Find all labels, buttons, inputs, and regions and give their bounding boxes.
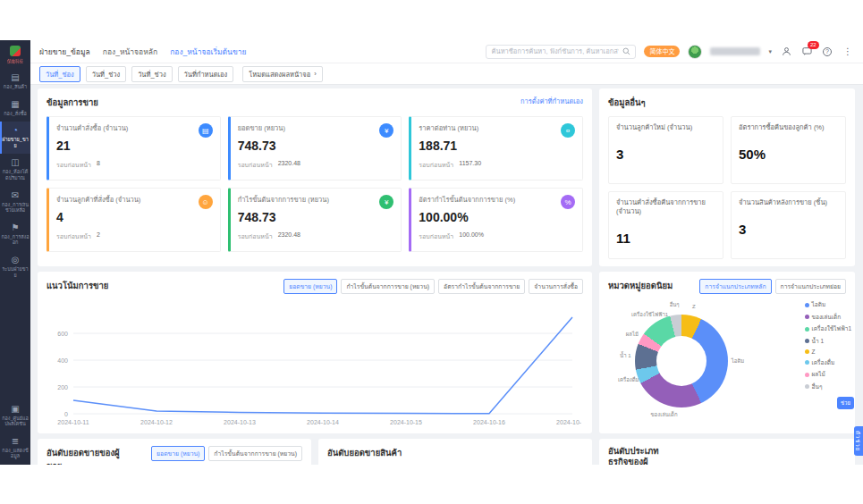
- panel-title: อันดับยอดขายของผู้ขาย: [47, 446, 122, 465]
- help-icon: ?: [823, 47, 832, 56]
- person-icon: [782, 46, 791, 56]
- messages-button[interactable]: 22: [800, 46, 813, 58]
- panel-title: แนวโน้มการขาย: [47, 279, 108, 292]
- donut-slice-label: เครื่องดื่ม: [618, 375, 639, 384]
- sidebar-item-export[interactable]: ⚑ กอง_การส่งออก: [0, 219, 30, 251]
- legend-item[interactable]: ไอติม: [805, 300, 851, 309]
- global-search[interactable]: [486, 45, 636, 59]
- metric-button-profit-rate[interactable]: อัตรากำไรขั้นต้นจากการขาย: [438, 279, 525, 294]
- info-label: จำนวนสินค้าหลังการขาย (ชิ้น): [739, 198, 838, 207]
- stat-label: ยอดขาย (หยวน): [238, 122, 394, 133]
- display-mode-button[interactable]: โหมดแสดงผลหน้าจอ ›: [242, 66, 322, 82]
- legend-label: Z: [812, 349, 816, 355]
- stat-card-order-count: จำนวนคำสั่งซื้อ (จำนวน) 21 รอบก่อนหน้า8 …: [47, 116, 221, 181]
- export-icon: ⚑: [12, 223, 20, 232]
- date-filter-bar: วันที่_ช่อง วันที่_ช่วง วันที่_ช่วง วันท…: [30, 63, 863, 85]
- app-logo[interactable]: 保融科技: [6, 46, 24, 63]
- legend-item[interactable]: อื่นๆ: [805, 382, 851, 391]
- metric-button-sales[interactable]: ยอดขาย (หยวน): [283, 279, 337, 294]
- app-window: 保融科技 ▤ กอง_สินค้า ▦ กอง_สั่งซื้อ ◔ ฝ่ายข…: [0, 40, 863, 465]
- more-menu-button[interactable]: ⋮: [842, 46, 854, 58]
- floating-side-tab[interactable]: ตัวช่วย: [854, 426, 863, 456]
- stat-value: 100.00%: [419, 210, 575, 224]
- stat-label: จำนวนลูกค้าที่สั่งซื้อ (จำนวน): [56, 194, 213, 205]
- avatar[interactable]: [688, 45, 702, 59]
- apps-icon: ▣: [11, 405, 19, 414]
- sidebar-item-products[interactable]: ▤ กอง_สินค้า: [0, 69, 30, 96]
- donut-slice-label: เครื่องใช้ไฟฟ้า1: [631, 310, 668, 319]
- stat-value: 188.71: [419, 139, 575, 153]
- legend-item[interactable]: ผลไม้: [805, 370, 851, 379]
- legend-dot: [805, 360, 809, 365]
- sidebar-item-orders[interactable]: ▦ กอง_สั่งซื้อ: [0, 96, 30, 122]
- stat-previous: รอบก่อนหน้า1157.30: [419, 160, 575, 170]
- date-tab-custom[interactable]: วันที่กำหนดเอง: [178, 66, 234, 82]
- category-toggle: การจำแนกประเภทหลัก การจำแนกประเภทย่อย: [699, 279, 846, 294]
- sidebar-item-label: กอง_การส่งออก: [1, 234, 30, 246]
- date-tab-range-2[interactable]: วันที่_ช่วง: [131, 66, 172, 82]
- nav-tab-sales-start-screen[interactable]: กอง_หน้าจอเริ่มต้นขาย: [170, 46, 246, 58]
- stat-value: 21: [56, 139, 213, 153]
- sidebar-item-inventory[interactable]: ◫ กอง_ห้องโค้ดปริมาณ: [0, 154, 30, 186]
- metric-button-gross-profit[interactable]: กำไรขั้นต้นจากการขาย (หยวน): [341, 279, 435, 294]
- svg-text:2024-10-17: 2024-10-17: [556, 419, 581, 425]
- finance-icon: ✉: [12, 191, 19, 200]
- legend-item[interactable]: เครื่องดื่ม: [805, 358, 851, 367]
- nav-tab-main-screen[interactable]: กอง_หน้าจอหลัก: [103, 46, 157, 58]
- svg-text:400: 400: [57, 357, 68, 364]
- category-sub-button[interactable]: การจำแนกประเภทย่อย: [775, 279, 846, 294]
- legend-item[interactable]: น้ำ 1: [805, 337, 851, 346]
- date-tab-today[interactable]: วันที่_ช่อง: [39, 66, 80, 82]
- metric-button-sales[interactable]: ยอดขาย (หยวน): [151, 446, 205, 461]
- sidebar-item-system[interactable]: ◎ ระบบฝ่ายขาย: [0, 251, 30, 283]
- sales-dashboard-icon: ◔: [13, 126, 18, 135]
- svg-text:2024-10-13: 2024-10-13: [224, 419, 256, 425]
- stat-previous: รอบก่อนหน้า2320.48: [238, 231, 394, 241]
- donut-hole: [656, 336, 706, 386]
- stat-label: อัตรากำไรขั้นต้นจากการขาย (%): [419, 194, 575, 205]
- sidebar-item-label: กอง_ศูนย์แอปพลิเคชัน: [1, 416, 30, 427]
- donut-slice-label: ของเล่นเด็ก: [651, 410, 678, 419]
- info-card-aftersales-items: จำนวนสินค้าหลังการขาย (ชิ้น) 3: [731, 191, 846, 259]
- sidebar-item-sales-dashboard[interactable]: ◔ ฝ่ายขาย_ขาย: [0, 122, 30, 154]
- legend-label: เครื่องดื่ม: [812, 358, 835, 367]
- product-ranking-panel: อันดับยอดขายสินค้า: [318, 439, 592, 465]
- info-label: อัตราการซื้อคืนของลูกค้า (%): [739, 123, 838, 132]
- stat-value: 748.73: [238, 210, 394, 224]
- sidebar-item-finance[interactable]: ✉ กอง_การเงินช่วยเหลือ: [0, 187, 30, 219]
- sidebar-item-app-center[interactable]: ▣ กอง_ศูนย์แอปพลิเคชัน: [0, 400, 30, 433]
- legend-item[interactable]: ของเล่นเด็ก: [805, 313, 851, 322]
- stat-card-sales-amount: ยอดขาย (หยวน) 748.73 รอบก่อนหน้า2320.48 …: [228, 116, 402, 181]
- workspace-name[interactable]: ฝ่ายขาย_ข้อมูล: [39, 46, 90, 58]
- legend-item[interactable]: เครื่องใช้ไฟฟ้า1: [805, 324, 851, 333]
- language-badge[interactable]: 简体中文: [644, 46, 680, 57]
- donut-slice-label: ผลไม้: [626, 330, 639, 339]
- metric-button-gross-profit[interactable]: กำไรขั้นต้นจากการขาย (หยวน): [208, 446, 302, 461]
- sidebar: 保融科技 ▤ กอง_สินค้า ▦ กอง_สั่งซื้อ ◔ ฝ่ายข…: [0, 40, 30, 465]
- legend-item[interactable]: Z: [805, 349, 851, 355]
- svg-text:2024-10-12: 2024-10-12: [140, 419, 173, 425]
- legend-dot: [805, 349, 809, 354]
- legend-label: ไอติม: [812, 300, 826, 309]
- contacts-button[interactable]: [780, 46, 792, 58]
- search-icon: [622, 47, 630, 55]
- products-icon: ▤: [11, 73, 19, 82]
- sidebar-item-data-display[interactable]: ≣ กอง_แสดงข้อมูล: [0, 433, 30, 465]
- stat-previous: รอบก่อนหน้า100.00%: [419, 231, 575, 241]
- orders-icon: ▦: [11, 100, 19, 109]
- date-tab-range-1[interactable]: วันที่_ช่วง: [86, 66, 126, 82]
- search-input[interactable]: [491, 47, 619, 55]
- svg-text:2024-10-15: 2024-10-15: [390, 419, 422, 425]
- floating-assistant-button[interactable]: ช่วย: [837, 397, 854, 409]
- custom-settings-link[interactable]: การตั้งค่าที่กำหนดเอง: [520, 96, 583, 106]
- category-main-button[interactable]: การจำแนกประเภทหลัก: [699, 279, 771, 294]
- donut-legend: ไอติมของเล่นเด็กเครื่องใช้ไฟฟ้า1น้ำ 1Zเค…: [805, 300, 851, 391]
- legend-dot: [805, 315, 809, 319]
- help-button[interactable]: ?: [821, 46, 833, 58]
- panel-title: หมวดหมู่ยอดนิยม: [608, 279, 673, 292]
- chevron-down-icon[interactable]: ▾: [768, 48, 772, 55]
- navbar-left: ฝ่ายขาย_ข้อมูล กอง_หน้าจอหลัก กอง_หน้าจอ…: [39, 46, 247, 58]
- info-card-repurchase-rate: อัตราการซื้อคืนของลูกค้า (%) 50%: [731, 116, 846, 184]
- metric-button-order-count[interactable]: จำนวนการสั่งซื้อ: [529, 279, 583, 294]
- sidebar-item-label: กอง_การเงินช่วยเหลือ: [1, 202, 30, 214]
